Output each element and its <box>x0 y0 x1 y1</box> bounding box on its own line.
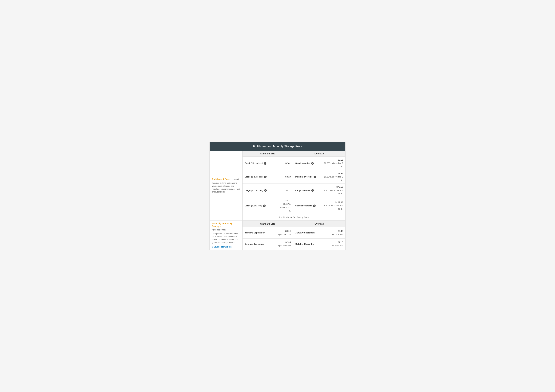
std-size-label-1: Small (1 lb. or less) i <box>242 157 275 170</box>
fulfillment-label-cell: Fulfillment Fees / per unit Includes pic… <box>210 151 242 221</box>
clothing-note: Add $0.40/unit for clothing items <box>242 214 345 221</box>
std-period-1: January-September <box>242 227 275 238</box>
storage-label-cell: Monthly InventoryStorage / per cubic foo… <box>210 221 242 250</box>
ovr-price-4: $137.32+ $0.91/lb. above first 90 lb. <box>319 197 345 214</box>
small-info-icon[interactable]: i <box>264 162 266 165</box>
fulfillment-fees-desc: Includes picking and packing your orders… <box>212 182 240 193</box>
large-2lb-info-icon[interactable]: i <box>264 189 267 192</box>
storage-per-unit: / per cubic foot <box>212 228 226 231</box>
std-price-2: $3.19 <box>275 170 293 184</box>
ovr-storage-price-1: $0.43/ per cubic foot <box>319 227 345 238</box>
main-container: Fulfillment and Monthly Storage Fees Ful… <box>210 142 345 250</box>
ovr-price-2: $9.44+ $0.38/lb. above first 2 lb. <box>319 170 345 184</box>
large-over2lb-info-icon[interactable]: i <box>263 205 266 207</box>
ovr-period-2: October-December <box>293 238 319 250</box>
large-1lb-info-icon[interactable]: i <box>264 176 267 178</box>
fulfillment-fees-title: Fulfillment Fees / per unit <box>212 178 240 180</box>
ovr-price-1: $8.13+ $0.38/lb. above first 2 lb. <box>319 157 345 170</box>
fulfillment-table: Fulfillment Fees / per unit Includes pic… <box>210 151 345 250</box>
ovr-size-label-2: Medium oversize i <box>293 170 319 184</box>
ovr-size-label-3: Large oversize i <box>293 184 319 197</box>
page-title: Fulfillment and Monthly Storage Fees <box>210 142 345 151</box>
std-period-2: October-December <box>242 238 275 250</box>
std-price-4: $4.71+ $0.38/lb. above first 2 lb. <box>275 197 293 214</box>
storage-oversize-header: Oversize <box>293 221 345 227</box>
std-size-label-3: Large (1 lb. to 2 lb.) i <box>242 184 275 197</box>
large-oversize-info-icon[interactable]: i <box>311 189 314 192</box>
ovr-size-label-1: Small oversize i <box>293 157 319 170</box>
ovr-price-3: $73.18+ $0.79/lb. above first 90 lb. <box>319 184 345 197</box>
ovr-size-label-4: Special oversize i <box>293 197 319 214</box>
std-storage-price-2: $2.35/ per cubic foot <box>275 238 293 250</box>
ovr-storage-price-2: $1.15/ per cubic foot <box>319 238 345 250</box>
fulfillment-header-row: Fulfillment Fees / per unit Includes pic… <box>210 151 345 157</box>
std-size-label-4: Large (over 2 lbs.) i <box>242 197 275 214</box>
storage-desc: Charged for all units stored in an Amazo… <box>212 232 240 244</box>
oversize-header: Oversize <box>293 151 345 157</box>
storage-header-row: Monthly InventoryStorage / per cubic foo… <box>210 221 345 227</box>
ovr-period-1: January-September <box>293 227 319 238</box>
std-size-label-2: Large (1 lb. or less) i <box>242 170 275 184</box>
storage-title-line: Monthly InventoryStorage / per cubic foo… <box>212 222 240 231</box>
std-price-3: $4.71 <box>275 184 293 197</box>
calculate-storage-link[interactable]: Calculate storage fees › <box>212 246 240 248</box>
std-storage-price-1: $0.64/ per cubic foot <box>275 227 293 238</box>
standard-size-header: Standard-Size <box>242 151 293 157</box>
small-oversize-info-icon[interactable]: i <box>311 162 314 165</box>
storage-title: Monthly InventoryStorage <box>212 222 232 228</box>
special-oversize-info-icon[interactable]: i <box>313 205 316 207</box>
medium-oversize-info-icon[interactable]: i <box>314 176 316 178</box>
std-price-1: $2.41 <box>275 157 293 170</box>
storage-standard-header: Standard-Size <box>242 221 293 227</box>
